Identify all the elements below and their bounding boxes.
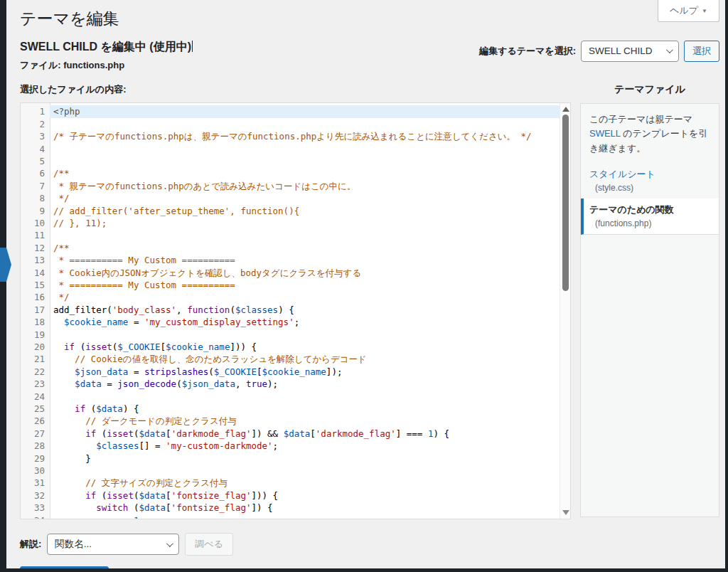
code-line[interactable]: 19	[21, 329, 570, 341]
line-number: 21	[21, 353, 50, 365]
code-line[interactable]: 15 * ========== My Custom ==========	[21, 279, 570, 291]
code-text: // Cookieの値を取得し、念のためスラッシュを解除してからデコード	[50, 353, 570, 365]
theme-select-dropdown[interactable]: SWELL CHILD	[581, 41, 679, 62]
collapsed-admin-menu-strip	[0, 0, 6, 572]
code-text	[50, 118, 570, 130]
code-editor[interactable]: 1<?php23/* 子テーマのfunctions.phpは、親テーマのfunc…	[20, 102, 571, 519]
code-line[interactable]: 10// }, 11);	[21, 217, 570, 229]
code-line[interactable]: 8 */	[21, 192, 570, 204]
scroll-down-icon[interactable]	[562, 510, 569, 515]
scrollbar-thumb[interactable]	[562, 115, 569, 291]
code-line[interactable]: 9// add_filter('after_setup_theme', func…	[21, 205, 570, 217]
code-text: // ダークモードの判定とクラス付与	[50, 415, 570, 427]
code-text: add_filter('body_class', function($class…	[50, 304, 570, 316]
code-line[interactable]: 34 case 1:	[21, 514, 570, 520]
scroll-up-icon[interactable]	[562, 107, 569, 112]
function-docs-dropdown[interactable]: 関数名...	[47, 534, 179, 555]
code-line[interactable]: 14 * Cookie内のJSONオブジェクトを確認し、bodyタグにクラスを付…	[21, 267, 570, 279]
line-number: 31	[21, 477, 50, 489]
code-line[interactable]: 26 // ダークモードの判定とクラス付与	[21, 415, 570, 427]
code-line[interactable]: 25 if ($data) {	[21, 403, 570, 415]
code-line[interactable]: 17add_filter('body_class', function($cla…	[21, 304, 570, 316]
line-number: 10	[21, 217, 50, 229]
editor-scrollbar[interactable]	[560, 103, 570, 519]
line-number: 2	[21, 118, 50, 130]
line-number: 30	[21, 465, 50, 477]
code-text: */	[50, 192, 570, 204]
code-text: */	[50, 291, 570, 303]
line-number: 16	[21, 291, 50, 303]
line-number: 32	[21, 489, 50, 502]
line-number: 24	[21, 391, 50, 403]
code-text	[50, 229, 570, 241]
code-line[interactable]: 3/* 子テーマのfunctions.phpは、親テーマのfunctions.p…	[21, 130, 570, 142]
code-line[interactable]: 7 * 親テーマのfunctions.phpのあとで読み込みたいコードはこの中に…	[21, 180, 570, 192]
editing-status-block: SWELL CHILD を編集中 (使用中) ファイル: functions.p…	[20, 39, 193, 72]
theme-files-panel: この子テーマは親テーマ SWELL のテンプレートを引き継ぎます。 スタイルシー…	[580, 103, 719, 517]
code-line[interactable]: 12/**	[21, 242, 570, 254]
docs-label: 解説:	[20, 538, 41, 551]
code-line[interactable]: 22 $json_data = stripslashes($_COOKIE[$c…	[21, 366, 570, 378]
code-text: $data = json_decode($json_data, true);	[50, 378, 570, 390]
code-line[interactable]: 5	[21, 155, 570, 167]
line-number: 22	[21, 366, 50, 378]
code-line[interactable]: 11	[21, 229, 570, 241]
theme-editor-page: ヘルプ▼ テーマを編集 SWELL CHILD を編集中 (使用中) ファイル:…	[6, 0, 725, 568]
code-text: /* 子テーマのfunctions.phpは、親テーマのfunctions.ph…	[50, 130, 570, 142]
code-line[interactable]: 20 if (isset($_COOKIE[$cookie_name])) {	[21, 341, 570, 353]
code-line[interactable]: 27 if (isset($data['darkmode_flag']) && …	[21, 428, 570, 440]
line-number: 5	[21, 155, 50, 167]
chevron-down-icon	[666, 47, 673, 54]
help-tab-button[interactable]: ヘルプ▼	[658, 0, 719, 22]
code-line[interactable]: 31 // 文字サイズの判定とクラス付与	[21, 477, 570, 489]
help-tab-label: ヘルプ	[670, 5, 698, 16]
code-text: * Cookie内のJSONオブジェクトを確認し、bodyタグにクラスを付与する	[50, 267, 570, 279]
code-line[interactable]: 29 }	[21, 452, 570, 465]
line-number: 7	[21, 180, 50, 192]
theme-file-link[interactable]: スタイルシート	[589, 168, 710, 181]
line-number: 12	[21, 242, 50, 254]
line-number: 9	[21, 205, 50, 217]
line-number: 11	[21, 229, 50, 241]
code-text: $cookie_name = 'my_custom_display_settin…	[50, 316, 570, 328]
code-line[interactable]: 1<?php	[21, 105, 570, 117]
code-line[interactable]: 2	[21, 118, 570, 130]
theme-files-list: スタイルシート(style.css)テーマのための関数(functions.ph…	[581, 163, 719, 235]
file-content-label: 選択したファイルの内容:	[20, 83, 571, 96]
line-number: 4	[21, 143, 50, 155]
code-line[interactable]: 16 */	[21, 291, 570, 303]
code-text: $json_data = stripslashes($_COOKIE[$cook…	[50, 366, 570, 378]
theme-file-item[interactable]: スタイルシート(style.css)	[581, 163, 719, 198]
theme-file-link[interactable]: テーマのための関数	[589, 203, 710, 216]
theme-file-item-active[interactable]: テーマのための関数(functions.php)	[581, 198, 719, 235]
code-line[interactable]: 21 // Cookieの値を取得し、念のためスラッシュを解除してからデコード	[21, 353, 570, 365]
line-number: 14	[21, 267, 50, 279]
code-text: if (isset($_COOKIE[$cookie_name])) {	[50, 341, 570, 353]
line-number: 18	[21, 316, 50, 328]
code-line[interactable]: 13 * ========== My Custom ==========	[21, 254, 570, 266]
child-theme-note: この子テーマは親テーマ SWELL のテンプレートを引き継ぎます。	[581, 104, 719, 162]
code-text: * ========== My Custom ==========	[50, 254, 570, 266]
parent-theme-link[interactable]: SWELL	[589, 128, 621, 139]
code-line[interactable]: 6/**	[21, 167, 570, 179]
lookup-button[interactable]: 調べる	[185, 533, 233, 556]
line-number: 34	[21, 514, 50, 520]
code-line[interactable]: 23 $data = json_decode($json_data, true)…	[21, 378, 570, 390]
file-name: functions.php	[63, 60, 124, 70]
code-text: // 文字サイズの判定とクラス付与	[50, 477, 570, 489]
code-line[interactable]: 30	[21, 465, 570, 477]
line-number: 3	[21, 130, 50, 142]
theme-select-label: 編集するテーマを選択:	[479, 45, 576, 58]
code-text: case 1:	[50, 514, 570, 520]
code-line[interactable]: 33 switch ($data['fontsize_flag']) {	[21, 502, 570, 514]
code-line[interactable]: 28 $classes[] = 'my-custom-darkmode';	[21, 440, 570, 452]
chevron-down-icon: ▼	[702, 8, 707, 14]
code-line[interactable]: 32 if (isset($data['fontsize_flag'])) {	[21, 489, 570, 502]
line-number: 13	[21, 254, 50, 266]
code-line[interactable]: 4	[21, 143, 570, 155]
code-line[interactable]: 18 $cookie_name = 'my_custom_display_set…	[21, 316, 570, 328]
code-text	[50, 329, 570, 341]
screen-edge-right	[725, 0, 728, 572]
theme-select-button[interactable]: 選択	[684, 41, 719, 62]
code-line[interactable]: 24	[21, 391, 570, 403]
